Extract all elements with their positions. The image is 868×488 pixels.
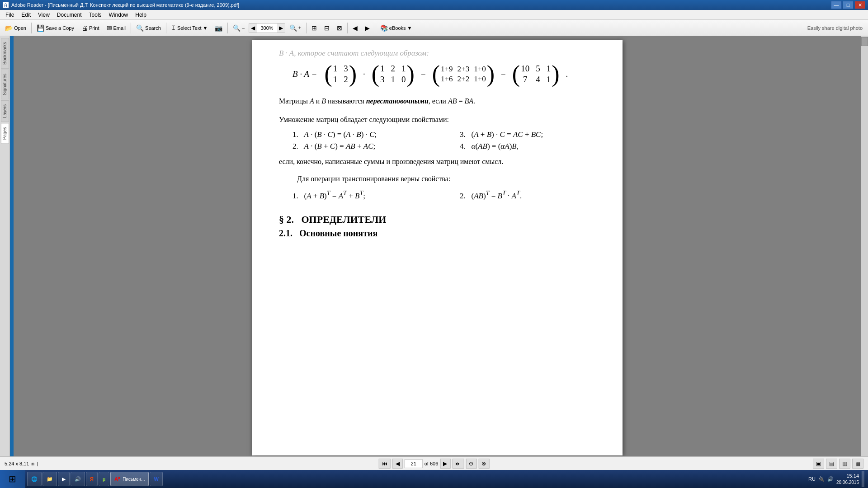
word-icon: W xyxy=(154,476,158,482)
print-icon: 🖨 xyxy=(81,24,88,32)
print-button[interactable]: 🖨 Print xyxy=(78,22,103,34)
taskbar-word[interactable]: W xyxy=(150,472,162,486)
fit-button-2[interactable]: ⊗ xyxy=(478,459,489,469)
taskbar-explorer[interactable]: 📁 xyxy=(42,472,57,486)
toolbar-separator-4 xyxy=(227,23,228,33)
last-page-button[interactable]: ⏭ xyxy=(452,459,464,469)
continuous-view[interactable]: ▤ xyxy=(826,459,837,469)
fit-page-icon: ⊞ xyxy=(311,24,317,32)
open-button[interactable]: 📂 Open xyxy=(2,22,29,34)
media-icon: ▶ xyxy=(62,476,66,482)
taskbar-media[interactable]: ▶ xyxy=(58,472,70,486)
taskbar: ⊞ 🌐 📁 ▶ 🔊 Я µ Aᴿ Письмен... W RU 🔌 xyxy=(0,470,868,488)
clock-date: 20.06.2015 xyxy=(836,479,859,485)
menu-view[interactable]: View xyxy=(34,11,53,19)
zoom-out-button[interactable]: 🔍 – xyxy=(230,22,248,34)
save-button[interactable]: 💾 Save a Copy xyxy=(33,22,77,34)
taskbar-adobe[interactable]: Aᴿ Письмен... xyxy=(110,472,149,486)
windows-logo-icon: ⊞ xyxy=(9,474,16,484)
next-page-toolbar-icon: ▶ xyxy=(365,24,370,32)
first-page-button[interactable]: ⏮ xyxy=(379,459,391,469)
zoom-in-icon: 🔍 xyxy=(289,24,297,32)
page-number-input[interactable] xyxy=(405,459,423,468)
taskbar-yandex[interactable]: Я xyxy=(86,472,98,486)
show-desktop-button[interactable] xyxy=(862,471,864,487)
transpose-intro: Для операции транспонирования верны свой… xyxy=(279,173,600,185)
fit-page-button[interactable]: ⊞ xyxy=(308,22,320,34)
menu-help[interactable]: Help xyxy=(132,11,150,19)
minus-icon: – xyxy=(242,25,245,30)
app-icon: 🅰 xyxy=(3,2,9,9)
prev-page-toolbar-button[interactable]: ◀ xyxy=(349,22,361,34)
toolbar-separator-3 xyxy=(166,23,166,33)
transpose-list: 1. (A + B)T = AT + BT; 2. (AB)T = BT · A… xyxy=(292,189,600,201)
section-heading: § 2. ОПРЕДЕЛИТЕЛИ 2.1. Основные понятия xyxy=(279,214,600,239)
zoom-increase-button[interactable]: ▶ xyxy=(277,23,285,33)
page-area[interactable]: B · A, которое считают следующим образом… xyxy=(14,36,861,456)
prop-3: 3. (A + B) · C = AC + BC; xyxy=(433,130,600,139)
maximize-button[interactable]: □ xyxy=(843,1,854,9)
fit-button-1[interactable]: ⊙ xyxy=(466,459,476,469)
minimize-button[interactable]: — xyxy=(831,1,842,9)
toolbar-separator-6 xyxy=(347,23,348,33)
prop-1: 1. A · (B · C) = (A · B) · C; xyxy=(292,130,433,139)
open-icon: 📂 xyxy=(5,24,13,32)
right-scrollbar[interactable] xyxy=(861,36,868,456)
navigation-controls: ⏮ ◀ of 606 ▶ ⏭ ⊙ ⊗ xyxy=(379,459,490,469)
transpose-row: 1. (A + B)T = AT + BT; 2. (AB)T = BT · A… xyxy=(292,189,600,201)
zoom-decrease-button[interactable]: ◀ xyxy=(249,23,257,33)
trans-2: 2. (AB)T = BT · AT. xyxy=(433,189,600,201)
dropdown-arrow-icon: ▼ xyxy=(203,25,208,31)
next-page-button[interactable]: ▶ xyxy=(440,459,450,469)
start-button[interactable]: ⊞ xyxy=(0,470,25,488)
lang-indicator[interactable]: RU xyxy=(808,476,816,482)
close-button[interactable]: ✕ xyxy=(854,1,865,9)
search-button[interactable]: 🔍 Search xyxy=(133,22,164,34)
page-size-area: 5,24 x 8,11 in | xyxy=(5,461,38,466)
clock-time: 15:14 xyxy=(836,473,859,479)
scroll-thumb[interactable] xyxy=(861,37,868,46)
ebooks-button[interactable]: 📚 eBooks ▼ xyxy=(377,22,415,34)
titlebar: 🅰 Adobe Reader - [Письменный Д.Т. Конспе… xyxy=(0,0,868,10)
camera-icon: 📷 xyxy=(215,24,222,32)
menu-tools[interactable]: Tools xyxy=(85,11,105,19)
next-page-toolbar-button[interactable]: ▶ xyxy=(362,22,373,34)
sidebar-tab-pages[interactable]: Pages xyxy=(1,123,9,144)
spread-continuous-view[interactable]: ▦ xyxy=(852,459,863,469)
of-pages-label: of 606 xyxy=(425,461,439,466)
para-commutative: Матрицы A и B называются перестановочным… xyxy=(279,95,600,107)
network-icon: 🔌 xyxy=(818,476,825,482)
actual-size-button[interactable]: ⊠ xyxy=(334,22,345,34)
menu-window[interactable]: Window xyxy=(105,11,132,19)
volume-icon[interactable]: 🔊 xyxy=(827,476,834,482)
toolbar-separator-1 xyxy=(31,23,32,33)
sidebar-tab-bookmarks[interactable]: Bookmarks xyxy=(1,38,9,69)
spread-view[interactable]: ▥ xyxy=(839,459,850,469)
menu-file[interactable]: File xyxy=(2,11,18,19)
taskbar-ie[interactable]: 🌐 xyxy=(27,472,42,486)
email-button[interactable]: ✉ Email xyxy=(104,22,129,34)
select-text-button[interactable]: 𝙸 Select Text ▼ xyxy=(168,22,211,34)
snapshot-button[interactable]: 📷 xyxy=(212,22,226,34)
zoom-in-button[interactable]: 🔍 + xyxy=(286,22,304,34)
zoom-out-icon: 🔍 xyxy=(233,24,241,32)
system-clock: 15:14 20.06.2015 xyxy=(836,473,859,485)
menu-document[interactable]: Document xyxy=(53,11,85,19)
prev-page-button[interactable]: ◀ xyxy=(392,459,403,469)
taskbar-utorrent[interactable]: µ xyxy=(99,472,109,486)
toolbar-separator-5 xyxy=(306,23,307,33)
single-page-view[interactable]: ▣ xyxy=(813,459,824,469)
explorer-icon: 📁 xyxy=(47,476,53,482)
menu-edit[interactable]: Edit xyxy=(18,11,34,19)
taskbar-sound[interactable]: 🔊 xyxy=(71,472,85,486)
view-mode-buttons: ▣ ▤ ▥ ▦ xyxy=(813,459,863,469)
system-tray: RU 🔌 🔊 15:14 20.06.2015 xyxy=(805,471,868,487)
sidebar-tab-signatures[interactable]: Signatures xyxy=(1,70,9,99)
taskbar-items: 🌐 📁 ▶ 🔊 Я µ Aᴿ Письмен... W xyxy=(25,472,805,486)
zoom-control: ◀ ▶ xyxy=(249,23,285,33)
toolbar-separator-7 xyxy=(375,23,375,33)
zoom-input[interactable] xyxy=(257,25,277,31)
sidebar-tab-layers[interactable]: Layers xyxy=(1,100,9,122)
prop-row-1: 1. A · (B · C) = (A · B) · C; 3. (A + B)… xyxy=(292,130,600,139)
fit-width-button[interactable]: ⊟ xyxy=(321,22,333,34)
